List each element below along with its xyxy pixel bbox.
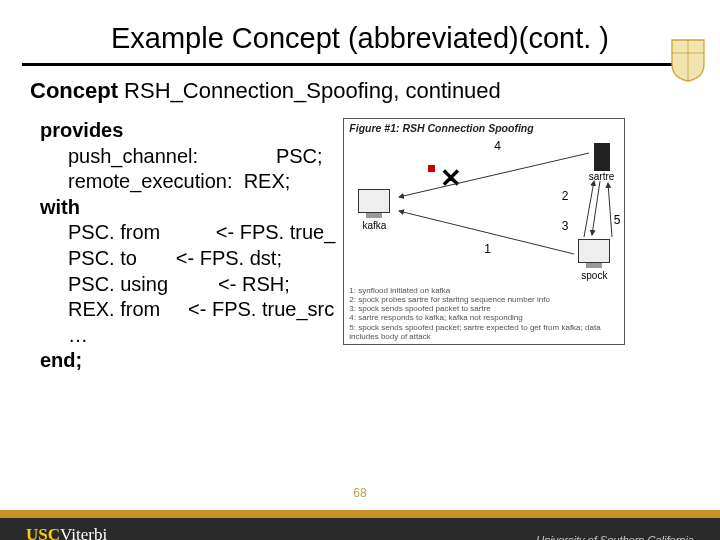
caption-line: 4: sartre responds to kafka; kafka not r… <box>349 313 619 322</box>
code-block: provides push_channel: PSC; remote_execu… <box>40 118 335 374</box>
node-label: kafka <box>358 220 390 231</box>
code-line: REX; <box>244 170 291 192</box>
node-label: sartre <box>589 171 615 182</box>
node-spock: spock <box>578 239 610 281</box>
usc-text: USC <box>26 525 60 540</box>
node-sartre: sartre <box>589 143 615 182</box>
code-line: PSC. to <box>68 247 137 269</box>
arrow-number: 3 <box>562 219 569 233</box>
caption-line: 5: spock sends spoofed packet; sartre ex… <box>349 323 619 341</box>
code-line: PSC. using <box>68 273 168 295</box>
svg-line-2 <box>584 181 594 237</box>
subtitle: Concept RSH_Connection_Spoofing, continu… <box>30 78 700 104</box>
code-line: <- RSH; <box>218 273 290 295</box>
arrow-number: 5 <box>614 213 621 227</box>
code-line: PSC. from <box>68 221 160 243</box>
code-line: REX. from <box>68 298 160 320</box>
caption-line: 1: synflood initiated on kafka <box>349 286 619 295</box>
subtitle-rest: RSH_Connection_Spoofing, continued <box>118 78 501 103</box>
title-divider <box>22 63 698 66</box>
figure-caption: 1: synflood initiated on kafka 2: spock … <box>349 286 619 341</box>
node-kafka: kafka <box>358 189 390 231</box>
footer-bar: USCViterbi School of Engineering Univers… <box>0 510 720 540</box>
arrow-number: 4 <box>494 139 501 153</box>
page-number: 68 <box>353 486 366 500</box>
figure-diagram: Figure #1: RSH Connection Spoofing sartr… <box>343 118 625 345</box>
code-line: … <box>68 324 88 346</box>
viterbi-text: Viterbi <box>60 525 107 540</box>
arrow-number: 1 <box>484 242 491 256</box>
node-label: spock <box>578 270 610 281</box>
university-text: University of Southern California <box>536 534 694 540</box>
code-line: remote_execution: <box>68 170 233 192</box>
code-line: push_channel: <box>68 145 198 167</box>
subtitle-keyword: Concept <box>30 78 118 103</box>
slide-title: Example Concept (abbreviated)(cont. ) <box>0 22 720 55</box>
code-line: PSC; <box>276 145 323 167</box>
arrow-number: 2 <box>562 189 569 203</box>
svg-line-4 <box>608 183 612 237</box>
figure-title: Figure #1: RSH Connection Spoofing <box>349 122 533 134</box>
red-dot-icon <box>428 165 435 172</box>
caption-line: 2: spock probes sartre for starting sequ… <box>349 295 619 304</box>
code-line: <- FPS. true_ <box>216 221 336 243</box>
svg-line-3 <box>592 181 600 235</box>
footer-logo-left: USCViterbi School of Engineering <box>26 525 125 540</box>
code-line: <- FPS. dst; <box>176 247 282 269</box>
usc-shield-icon <box>670 38 706 82</box>
kw-provides: provides <box>40 119 123 141</box>
caption-line: 3: spock sends spoofed packet to sartre <box>349 304 619 313</box>
code-line: <- FPS. true_src <box>188 298 334 320</box>
kw-with: with <box>40 196 80 218</box>
x-icon: ✕ <box>440 163 462 194</box>
kw-end: end; <box>40 349 82 371</box>
